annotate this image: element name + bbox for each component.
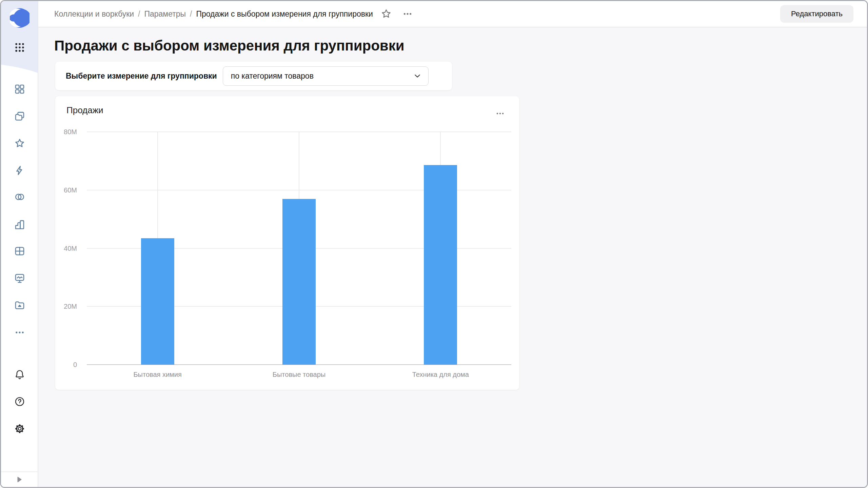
breadcrumb-current-page: Продажи с выбором измерения для группиро… <box>196 9 373 19</box>
page-title: Продажи с выбором измерения для группиро… <box>54 38 405 54</box>
settings-gear-icon <box>14 423 25 434</box>
sidebar-item-help[interactable] <box>14 395 26 408</box>
sidebar-item-connections[interactable] <box>14 164 26 177</box>
x-tick-label: Техника для дома <box>373 370 508 379</box>
sidebar-wave-decoration <box>1 64 38 74</box>
app-window: Коллекции и воркбуки / Параметры / Прода… <box>0 0 868 488</box>
bar-0[interactable] <box>141 238 174 365</box>
sidebar-item-datasets[interactable] <box>14 191 26 203</box>
y-tick-label: 20M <box>55 302 77 311</box>
filter-widget-card: Выберите измерение для группировки по ка… <box>55 62 452 90</box>
sidebar-item-notifications[interactable] <box>14 368 26 381</box>
notifications-bell-icon <box>14 369 25 380</box>
sidebar-item-editor[interactable] <box>14 245 26 257</box>
ellipsis-icon <box>402 8 413 19</box>
charts-bars-icon <box>14 219 25 230</box>
sidebar-item-collections[interactable] <box>14 110 26 122</box>
dashboards-monitor-icon <box>14 272 25 284</box>
bar-1[interactable] <box>282 199 316 365</box>
y-tick-label: 40M <box>55 244 77 253</box>
storage-folder-icon <box>14 300 25 311</box>
breadcrumb-separator: / <box>138 9 140 19</box>
chart-widget-card: Продажи 020M40M60M80MБытовая химияБытовы… <box>55 96 519 390</box>
sidebar-item-storage[interactable] <box>14 299 26 311</box>
sidebar-expand-button[interactable] <box>15 475 23 484</box>
play-triangle-icon <box>15 475 23 484</box>
main-content: Продажи с выбором измерения для группиро… <box>38 27 867 487</box>
breadcrumb: Коллекции и воркбуки / Параметры / Прода… <box>54 9 373 19</box>
sidebar-item-dashboards[interactable] <box>14 272 26 284</box>
header: Коллекции и воркбуки / Параметры / Прода… <box>38 1 867 27</box>
favorite-button[interactable] <box>380 8 392 20</box>
datasets-circles-icon <box>14 191 25 203</box>
edit-button[interactable]: Редактировать <box>780 5 853 23</box>
breadcrumb-parameters[interactable]: Параметры <box>144 9 186 19</box>
y-tick-label: 0 <box>55 360 77 369</box>
datalens-logo-icon <box>10 8 29 28</box>
navigation-grid-icon <box>14 83 25 95</box>
help-icon <box>14 396 25 407</box>
star-icon <box>380 8 392 20</box>
filter-label: Выберите измерение для группировки <box>66 72 217 81</box>
connections-bolt-icon <box>14 165 25 176</box>
breadcrumb-collections[interactable]: Коллекции и воркбуки <box>54 9 134 19</box>
y-tick-label: 60M <box>55 186 77 195</box>
sidebar-footer <box>1 471 38 487</box>
x-tick-label: Бытовая химия <box>90 370 225 379</box>
sidebar-item-favorites[interactable] <box>14 137 26 149</box>
sidebar-item-apps[interactable] <box>14 42 25 53</box>
datalens-logo[interactable] <box>10 8 29 28</box>
breadcrumb-separator: / <box>190 9 192 19</box>
dimension-select[interactable]: по категориям товаров <box>223 66 429 86</box>
chart-plot: 020M40M60M80MБытовая химияБытовые товары… <box>55 96 519 390</box>
y-tick-label: 80M <box>55 127 77 136</box>
bar-2[interactable] <box>424 165 457 365</box>
sidebar-item-charts[interactable] <box>14 219 26 231</box>
editor-table-icon <box>14 245 25 257</box>
sidebar <box>1 1 38 487</box>
more-ellipsis-icon <box>14 327 25 338</box>
sidebar-item-settings[interactable] <box>14 423 26 435</box>
favorites-star-icon <box>14 138 25 149</box>
apps-grid-icon <box>14 42 25 53</box>
chevron-down-icon <box>413 71 422 81</box>
sidebar-item-more[interactable] <box>14 326 26 339</box>
dimension-select-value: по категориям товаров <box>231 72 413 81</box>
sidebar-item-navigation[interactable] <box>14 83 26 95</box>
entry-menu-button[interactable] <box>402 8 413 19</box>
collections-stack-icon <box>14 110 25 122</box>
x-tick-label: Бытовые товары <box>231 370 367 379</box>
